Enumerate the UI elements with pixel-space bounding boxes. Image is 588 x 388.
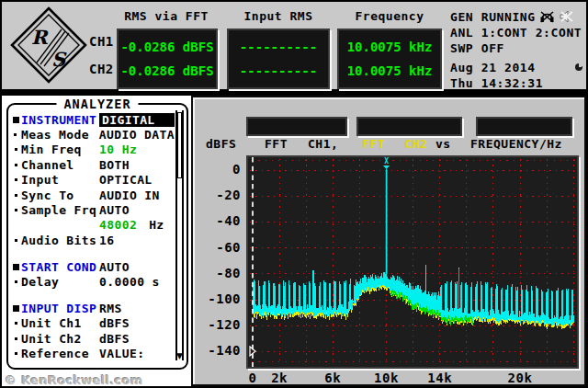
sample-rate-unit: Hz (149, 218, 164, 232)
x-tick-label: 10k (370, 371, 403, 385)
menu-item-input-disp[interactable]: INPUT DISP RMS (10, 301, 175, 315)
menu-item-unit-ch2[interactable]: Unit Ch2 dBFS (10, 331, 175, 346)
item-bullet-icon (15, 239, 17, 242)
trace-label-fft2: FFT (362, 137, 385, 152)
meter-title-frequency: Frequency (337, 9, 442, 24)
meter-title-rms-fft: RMS via FFT (115, 9, 218, 24)
menu-item-input[interactable]: Input OPTICAL (10, 173, 175, 188)
analyzer-screen: R S CH1 CH2 RMS via FFT Input RMS Freque… (0, 0, 588, 388)
item-bullet-icon (15, 164, 17, 166)
rms-fft-ch2-value: -0.0286 dBFS (119, 63, 216, 78)
scrollbar-thumb[interactable] (177, 112, 182, 178)
meter-frequency: 10.0075 kHz 10.0075 kHz (337, 29, 442, 89)
meter-rms-fft: -0.0286 dBFS -0.0286 dBFS (117, 29, 218, 89)
y-tick-label: -100 (197, 291, 241, 307)
date-text: Aug 21 2014 (450, 61, 536, 74)
instrument-value: DIGITAL (99, 113, 175, 127)
gen-status-row: GEN RUNNING (450, 9, 586, 25)
item-bullet-icon (15, 178, 17, 181)
frequency-ch2-value: 10.0075 kHz (339, 63, 440, 78)
y-tick-label: -140 (197, 343, 241, 359)
time-text: Thu 14:32:31 (450, 75, 586, 91)
watermark: © KenRockwell.com (5, 373, 143, 387)
menu-item-sync-to[interactable]: Sync To AUDIO IN (10, 188, 175, 202)
menu-item-meas-mode[interactable]: Meas Mode AUDIO DATA (10, 127, 175, 142)
item-bullet-icon (15, 322, 17, 325)
input-rms-ch1-value: ---------- (229, 40, 328, 54)
menu-item-sample-frq[interactable]: Sample Frq AUTO (10, 202, 175, 217)
frequency-ch1-value: 10.0075 kHz (339, 40, 440, 54)
svg-text:X: X (384, 157, 389, 165)
section-bullet-icon (13, 305, 19, 312)
swp-status: SWP OFF (450, 40, 586, 56)
item-bullet-icon (15, 352, 17, 355)
y-tick-label: -20 (197, 188, 241, 203)
svg-text:S: S (51, 48, 67, 71)
svg-text:R: R (31, 26, 49, 49)
graph-softkey-box-2 (356, 117, 462, 136)
x-tick-label: 14k (424, 371, 457, 385)
sample-rate-value: 48002 (99, 218, 137, 232)
y-tick-label: -60 (197, 240, 241, 256)
ch1-label: CH1 (89, 34, 114, 51)
trace-label-ch1: CH1, (308, 137, 338, 152)
menu-scrollbar[interactable]: ▼ (175, 110, 184, 360)
item-bullet-icon (15, 280, 17, 283)
activity-dot-icon (575, 63, 582, 71)
menu-item-audio-bits[interactable]: Audio Bits 16 (10, 233, 175, 247)
y-tick-label: -120 (197, 317, 241, 333)
status-block: GEN RUNNING ANL 1:CONT 2:CONT SWP OFF Au… (450, 9, 586, 91)
section-bullet-icon (13, 117, 19, 123)
gen-status: GEN RUNNING (450, 10, 536, 24)
anl-status: ANL 1:CONT 2:CONT (450, 25, 586, 40)
x-tick-label: 20k (503, 371, 537, 385)
menu-item-sample-frq-actual: 48002 Hz (10, 218, 175, 233)
trace-label-fft1: FFT (265, 137, 288, 152)
rms-fft-ch1-value: -0.0286 dBFS (119, 40, 216, 54)
menu-item-instrument[interactable]: INSTRUMENT DIGITAL (10, 112, 175, 127)
x-tick-label: 2k (263, 371, 296, 385)
date-row: Aug 21 2014 (450, 60, 586, 75)
y-unit-label: dBFS (206, 137, 236, 152)
graph-panel: dBFS FFT CH1, FFT CH2 vs FREQUENCY/Hz X … (191, 96, 586, 386)
y-tick-label: 0 (197, 162, 241, 177)
menu-item-start-cond[interactable]: START COND AUTO (10, 259, 175, 274)
ch2-label: CH2 (89, 62, 114, 78)
graph-softkey-box-3 (476, 117, 572, 136)
menu-item-delay[interactable]: Delay 0.0000 s (10, 274, 175, 289)
header-band: R S CH1 CH2 RMS via FFT Input RMS Freque… (2, 2, 586, 89)
item-bullet-icon (14, 133, 17, 136)
section-bullet-icon (13, 264, 19, 270)
x-axis-label: FREQUENCY/Hz (470, 137, 562, 152)
item-bullet-icon (15, 148, 17, 151)
meter-title-input-rms: Input RMS (227, 9, 330, 24)
menu-item-reference[interactable]: Reference VALUE: (10, 346, 175, 360)
analyzer-panel-title: ANALYZER (56, 97, 138, 111)
trace-label-ch2: CH2 (404, 137, 427, 152)
scrollbar-down-arrow-icon[interactable]: ▼ (175, 351, 184, 360)
item-bullet-icon (15, 209, 17, 211)
analyzer-panel: ANALYZER INSTRUMENT DIGITAL Meas Mode AU… (6, 103, 188, 370)
menu-item-min-freq[interactable]: Min Freq 10 Hz (10, 143, 175, 157)
vs-label: vs (435, 137, 451, 152)
x-tick-label: 6k (316, 371, 349, 385)
input-rms-ch2-value: ---------- (229, 63, 328, 78)
meter-input-rms: ---------- ---------- (227, 29, 330, 89)
graph-softkey-box-1 (246, 117, 347, 136)
item-bullet-icon (15, 337, 17, 340)
item-bullet-icon (15, 194, 17, 197)
spectrum-plot[interactable]: X (246, 155, 579, 369)
menu-item-unit-ch1[interactable]: Unit Ch1 dBFS (10, 316, 175, 331)
rs-logo: R S (9, 6, 88, 85)
y-tick-label: -80 (197, 266, 241, 281)
analyzer-menu: INSTRUMENT DIGITAL Meas Mode AUDIO DATA … (10, 112, 175, 361)
menu-item-channel[interactable]: Channel BOTH (10, 157, 175, 172)
analyzer-area: ANALYZER INSTRUMENT DIGITAL Meas Mode AU… (2, 96, 191, 386)
y-tick-label: -40 (197, 213, 241, 229)
